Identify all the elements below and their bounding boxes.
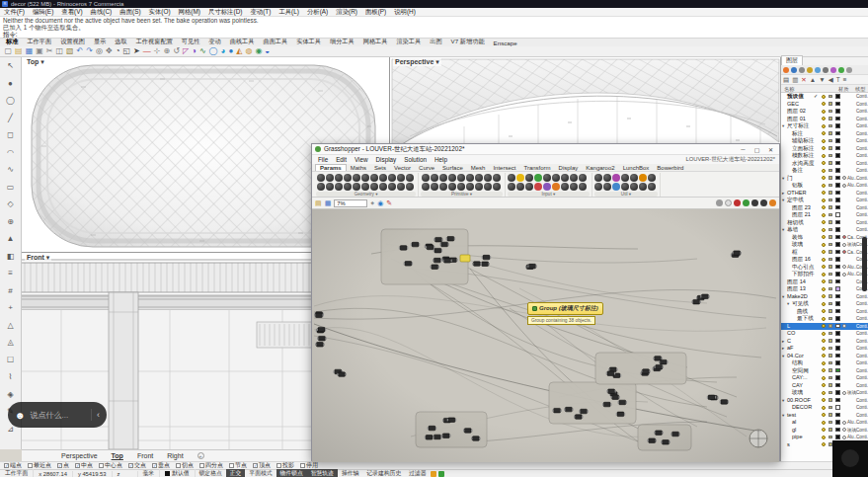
- surface-icon[interactable]: ◕: [221, 46, 226, 56]
- lock-icon[interactable]: [829, 309, 832, 313]
- side-tool-icon-16[interactable]: ◬: [7, 334, 13, 352]
- viewport-perspective-label[interactable]: Perspective ▾: [393, 58, 441, 66]
- lock-icon[interactable]: [829, 273, 832, 277]
- chevron-open-icon[interactable]: ▾: [782, 353, 784, 360]
- visibility-bulb-icon[interactable]: [822, 413, 826, 417]
- gh-component-icon[interactable]: [361, 174, 369, 182]
- gh-component-icon[interactable]: [317, 183, 325, 191]
- layer-color-swatch[interactable]: [835, 428, 840, 433]
- layer-color-swatch[interactable]: [835, 294, 840, 299]
- layer-row[interactable]: 图层 13Conti..: [781, 285, 868, 293]
- new-file-icon[interactable]: ▢: [5, 46, 13, 56]
- layer-color-swatch[interactable]: [835, 183, 840, 188]
- chevron-open-icon[interactable]: ▾: [782, 293, 784, 301]
- lock-icon[interactable]: [829, 324, 832, 328]
- layer-color-swatch[interactable]: [835, 405, 840, 410]
- visibility-bulb-icon[interactable]: [822, 110, 826, 114]
- gh-component-icon[interactable]: [370, 183, 378, 191]
- grasshopper-canvas[interactable]: Group (玻璃尺寸标注) Group containing 38 objec…: [312, 209, 779, 462]
- paste-icon[interactable]: ▧: [66, 46, 74, 56]
- toolbar-tab[interactable]: 细分工具: [330, 38, 355, 46]
- preview-eye-icon[interactable]: ◉: [377, 199, 383, 208]
- lock-icon[interactable]: [829, 124, 832, 128]
- visibility-bulb-icon[interactable]: [822, 421, 826, 425]
- layer-color-swatch[interactable]: [835, 272, 840, 277]
- chevron-closed-icon[interactable]: ▸: [782, 338, 784, 346]
- visibility-bulb-icon[interactable]: [822, 265, 826, 269]
- layer-color-swatch[interactable]: [835, 212, 840, 217]
- side-tool-icon-2[interactable]: ◯: [6, 92, 15, 110]
- layer-row[interactable]: 图层 23Conti..: [781, 204, 868, 212]
- menu-item[interactable]: 工具(L): [275, 8, 303, 17]
- settings-icon[interactable]: ◒: [265, 46, 270, 56]
- layer-color-swatch[interactable]: [835, 398, 840, 403]
- layer-color-swatch[interactable]: [835, 331, 840, 336]
- chevron-open-icon[interactable]: ▾: [782, 397, 784, 405]
- layer-color-swatch[interactable]: [835, 109, 840, 114]
- gh-component-icon[interactable]: [561, 183, 569, 191]
- layer-row[interactable]: ▾定中线Conti..: [781, 197, 868, 204]
- layer-color-swatch[interactable]: [835, 265, 840, 270]
- stream-chat-bar[interactable]: ☻ 说点什么... ‹: [8, 402, 107, 428]
- lock-icon[interactable]: [829, 302, 832, 306]
- gh-component-icon[interactable]: [603, 174, 611, 182]
- visibility-bulb-icon[interactable]: [822, 339, 826, 343]
- layer-row[interactable]: GECConti..: [781, 101, 868, 109]
- gh-component-icon[interactable]: [335, 174, 343, 182]
- layer-row[interactable]: ▾04.CorConti..: [781, 353, 868, 360]
- chat-input[interactable]: 说点什么...: [31, 410, 86, 421]
- gh-component-icon[interactable]: [335, 183, 343, 191]
- gh-group-label[interactable]: Geometry ▾: [316, 192, 416, 197]
- layer-tool-icon-1[interactable]: ▥: [792, 76, 798, 84]
- layer-color-swatch[interactable]: [835, 279, 840, 284]
- layer-color-swatch[interactable]: [835, 220, 840, 225]
- layer-row[interactable]: ▸CConti..: [781, 338, 868, 346]
- lock-icon[interactable]: [829, 279, 832, 283]
- lock-icon[interactable]: [829, 213, 832, 217]
- gh-component-icon[interactable]: [552, 183, 560, 191]
- layer-row[interactable]: 铝板Alu..Conti..: [781, 182, 868, 190]
- viewport-tab-front[interactable]: Front: [137, 452, 153, 459]
- gh-group-label[interactable]: Util ▾: [594, 192, 658, 197]
- status-toggle-物件锁点[interactable]: 物件锁点: [276, 469, 307, 477]
- layer-color-swatch[interactable]: [835, 257, 840, 262]
- gh-component-icon[interactable]: [422, 183, 430, 191]
- layer-color-swatch[interactable]: [835, 235, 840, 240]
- lock-icon[interactable]: [829, 184, 832, 188]
- visibility-bulb-icon[interactable]: [822, 146, 826, 150]
- layer-row[interactable]: 最下线Conti..: [781, 315, 868, 323]
- scale-icon[interactable]: ◸: [183, 46, 189, 56]
- gh-component-icon[interactable]: [630, 183, 638, 191]
- gh-component-icon[interactable]: [379, 183, 387, 191]
- menu-item[interactable]: 分析(A): [303, 8, 332, 17]
- visibility-bulb-icon[interactable]: [822, 235, 826, 239]
- menu-item[interactable]: 查看(V): [57, 8, 86, 17]
- layer-row[interactable]: CAYConti..: [781, 382, 868, 390]
- gh-component-icon[interactable]: [579, 183, 587, 191]
- layer-row[interactable]: CAY:..Conti..: [781, 374, 868, 382]
- gh-component-icon[interactable]: [516, 183, 524, 191]
- gh-component-icon[interactable]: [552, 174, 560, 182]
- side-tool-icon-6[interactable]: ∿: [7, 161, 14, 179]
- tab-layers[interactable]: 图层: [781, 55, 803, 65]
- chevron-open-icon[interactable]: ▾: [782, 412, 784, 420]
- layer-color-swatch[interactable]: [835, 191, 840, 196]
- side-tool-icon-4[interactable]: ◻: [7, 126, 14, 144]
- gh-component-icon[interactable]: [484, 183, 492, 191]
- lock-icon[interactable]: [829, 398, 832, 402]
- menu-item[interactable]: 文件(F): [0, 8, 29, 17]
- gh-component-icon[interactable]: [344, 174, 352, 182]
- layer-row[interactable]: ▾00.ROOFConti..: [781, 397, 868, 405]
- visibility-bulb-icon[interactable]: [822, 294, 826, 298]
- gh-component-icon[interactable]: [493, 183, 501, 191]
- layer-color-swatch[interactable]: [835, 435, 840, 439]
- gh-component-icon[interactable]: [534, 174, 542, 182]
- material-dot-icon[interactable]: [842, 184, 846, 188]
- gh-tab-kangaroo2[interactable]: Kangaroo2: [582, 165, 618, 171]
- close-icon[interactable]: ✕: [765, 146, 776, 153]
- lock-icon[interactable]: [829, 205, 832, 209]
- layer-color-swatch[interactable]: [835, 339, 840, 344]
- visibility-bulb-icon[interactable]: [822, 406, 826, 410]
- mirror-icon[interactable]: ◑: [192, 46, 197, 56]
- side-tool-icon-18[interactable]: ⌇: [9, 368, 13, 386]
